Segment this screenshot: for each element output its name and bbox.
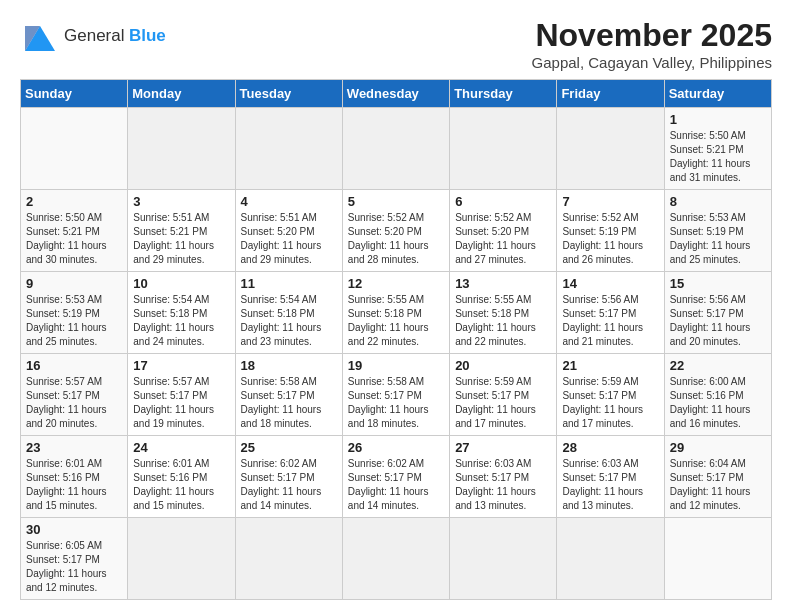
day-number: 14 (562, 276, 658, 291)
day-info: Sunrise: 5:55 AM Sunset: 5:18 PM Dayligh… (348, 293, 444, 349)
logo-text: General Blue (64, 26, 166, 46)
header-day-thursday: Thursday (450, 80, 557, 108)
day-number: 6 (455, 194, 551, 209)
day-info: Sunrise: 5:57 AM Sunset: 5:17 PM Dayligh… (133, 375, 229, 431)
day-number: 7 (562, 194, 658, 209)
day-number: 24 (133, 440, 229, 455)
day-info: Sunrise: 5:51 AM Sunset: 5:21 PM Dayligh… (133, 211, 229, 267)
day-info: Sunrise: 6:03 AM Sunset: 5:17 PM Dayligh… (562, 457, 658, 513)
day-number: 29 (670, 440, 766, 455)
day-info: Sunrise: 6:02 AM Sunset: 5:17 PM Dayligh… (241, 457, 337, 513)
calendar-week-2: 9Sunrise: 5:53 AM Sunset: 5:19 PM Daylig… (21, 272, 772, 354)
day-info: Sunrise: 6:05 AM Sunset: 5:17 PM Dayligh… (26, 539, 122, 595)
day-number: 18 (241, 358, 337, 373)
day-info: Sunrise: 5:54 AM Sunset: 5:18 PM Dayligh… (133, 293, 229, 349)
calendar-cell (450, 108, 557, 190)
day-info: Sunrise: 5:58 AM Sunset: 5:17 PM Dayligh… (348, 375, 444, 431)
day-number: 22 (670, 358, 766, 373)
day-number: 28 (562, 440, 658, 455)
calendar-body: 1Sunrise: 5:50 AM Sunset: 5:21 PM Daylig… (21, 108, 772, 600)
day-number: 25 (241, 440, 337, 455)
day-info: Sunrise: 5:54 AM Sunset: 5:18 PM Dayligh… (241, 293, 337, 349)
calendar-cell: 3Sunrise: 5:51 AM Sunset: 5:21 PM Daylig… (128, 190, 235, 272)
calendar-cell: 1Sunrise: 5:50 AM Sunset: 5:21 PM Daylig… (664, 108, 771, 190)
calendar-cell (21, 108, 128, 190)
calendar-week-4: 23Sunrise: 6:01 AM Sunset: 5:16 PM Dayli… (21, 436, 772, 518)
day-number: 15 (670, 276, 766, 291)
calendar-cell (450, 518, 557, 600)
day-info: Sunrise: 5:58 AM Sunset: 5:17 PM Dayligh… (241, 375, 337, 431)
day-number: 21 (562, 358, 658, 373)
calendar-cell (557, 518, 664, 600)
calendar-cell: 27Sunrise: 6:03 AM Sunset: 5:17 PM Dayli… (450, 436, 557, 518)
header: General Blue November 2025 Gappal, Cagay… (20, 16, 772, 71)
day-info: Sunrise: 5:53 AM Sunset: 5:19 PM Dayligh… (26, 293, 122, 349)
day-number: 5 (348, 194, 444, 209)
calendar-cell: 20Sunrise: 5:59 AM Sunset: 5:17 PM Dayli… (450, 354, 557, 436)
day-number: 26 (348, 440, 444, 455)
calendar-cell: 15Sunrise: 5:56 AM Sunset: 5:17 PM Dayli… (664, 272, 771, 354)
header-day-monday: Monday (128, 80, 235, 108)
calendar-cell: 11Sunrise: 5:54 AM Sunset: 5:18 PM Dayli… (235, 272, 342, 354)
day-info: Sunrise: 5:52 AM Sunset: 5:20 PM Dayligh… (348, 211, 444, 267)
calendar-cell: 7Sunrise: 5:52 AM Sunset: 5:19 PM Daylig… (557, 190, 664, 272)
location-title: Gappal, Cagayan Valley, Philippines (532, 54, 772, 71)
day-number: 16 (26, 358, 122, 373)
calendar-cell: 16Sunrise: 5:57 AM Sunset: 5:17 PM Dayli… (21, 354, 128, 436)
calendar-cell (128, 518, 235, 600)
day-number: 27 (455, 440, 551, 455)
day-number: 13 (455, 276, 551, 291)
calendar-cell: 5Sunrise: 5:52 AM Sunset: 5:20 PM Daylig… (342, 190, 449, 272)
day-info: Sunrise: 6:01 AM Sunset: 5:16 PM Dayligh… (26, 457, 122, 513)
day-info: Sunrise: 5:52 AM Sunset: 5:20 PM Dayligh… (455, 211, 551, 267)
header-day-tuesday: Tuesday (235, 80, 342, 108)
day-info: Sunrise: 5:56 AM Sunset: 5:17 PM Dayligh… (670, 293, 766, 349)
day-info: Sunrise: 5:57 AM Sunset: 5:17 PM Dayligh… (26, 375, 122, 431)
calendar-cell: 6Sunrise: 5:52 AM Sunset: 5:20 PM Daylig… (450, 190, 557, 272)
calendar-cell (342, 108, 449, 190)
calendar-cell: 30Sunrise: 6:05 AM Sunset: 5:17 PM Dayli… (21, 518, 128, 600)
day-number: 3 (133, 194, 229, 209)
calendar-cell: 2Sunrise: 5:50 AM Sunset: 5:21 PM Daylig… (21, 190, 128, 272)
calendar-cell: 8Sunrise: 5:53 AM Sunset: 5:19 PM Daylig… (664, 190, 771, 272)
day-info: Sunrise: 5:59 AM Sunset: 5:17 PM Dayligh… (455, 375, 551, 431)
day-number: 30 (26, 522, 122, 537)
calendar-cell (128, 108, 235, 190)
day-number: 4 (241, 194, 337, 209)
day-info: Sunrise: 5:51 AM Sunset: 5:20 PM Dayligh… (241, 211, 337, 267)
calendar-cell: 21Sunrise: 5:59 AM Sunset: 5:17 PM Dayli… (557, 354, 664, 436)
logo: General Blue (20, 16, 166, 56)
month-title: November 2025 (532, 16, 772, 54)
calendar-week-5: 30Sunrise: 6:05 AM Sunset: 5:17 PM Dayli… (21, 518, 772, 600)
day-info: Sunrise: 6:02 AM Sunset: 5:17 PM Dayligh… (348, 457, 444, 513)
calendar-cell: 24Sunrise: 6:01 AM Sunset: 5:16 PM Dayli… (128, 436, 235, 518)
calendar-cell: 17Sunrise: 5:57 AM Sunset: 5:17 PM Dayli… (128, 354, 235, 436)
day-number: 11 (241, 276, 337, 291)
calendar-cell: 29Sunrise: 6:04 AM Sunset: 5:17 PM Dayli… (664, 436, 771, 518)
calendar-table: SundayMondayTuesdayWednesdayThursdayFrid… (20, 79, 772, 600)
calendar-cell: 13Sunrise: 5:55 AM Sunset: 5:18 PM Dayli… (450, 272, 557, 354)
calendar-cell: 12Sunrise: 5:55 AM Sunset: 5:18 PM Dayli… (342, 272, 449, 354)
logo-icon (20, 16, 60, 56)
calendar-cell (235, 108, 342, 190)
calendar-cell (342, 518, 449, 600)
day-number: 23 (26, 440, 122, 455)
day-info: Sunrise: 5:55 AM Sunset: 5:18 PM Dayligh… (455, 293, 551, 349)
day-info: Sunrise: 5:50 AM Sunset: 5:21 PM Dayligh… (26, 211, 122, 267)
calendar-cell: 10Sunrise: 5:54 AM Sunset: 5:18 PM Dayli… (128, 272, 235, 354)
day-number: 8 (670, 194, 766, 209)
day-number: 20 (455, 358, 551, 373)
calendar-cell: 14Sunrise: 5:56 AM Sunset: 5:17 PM Dayli… (557, 272, 664, 354)
day-number: 19 (348, 358, 444, 373)
day-number: 12 (348, 276, 444, 291)
calendar-week-0: 1Sunrise: 5:50 AM Sunset: 5:21 PM Daylig… (21, 108, 772, 190)
day-number: 1 (670, 112, 766, 127)
calendar-cell: 9Sunrise: 5:53 AM Sunset: 5:19 PM Daylig… (21, 272, 128, 354)
calendar-header: SundayMondayTuesdayWednesdayThursdayFrid… (21, 80, 772, 108)
calendar-week-1: 2Sunrise: 5:50 AM Sunset: 5:21 PM Daylig… (21, 190, 772, 272)
day-info: Sunrise: 5:50 AM Sunset: 5:21 PM Dayligh… (670, 129, 766, 185)
title-area: November 2025 Gappal, Cagayan Valley, Ph… (532, 16, 772, 71)
day-number: 17 (133, 358, 229, 373)
calendar-cell: 28Sunrise: 6:03 AM Sunset: 5:17 PM Dayli… (557, 436, 664, 518)
day-info: Sunrise: 5:53 AM Sunset: 5:19 PM Dayligh… (670, 211, 766, 267)
